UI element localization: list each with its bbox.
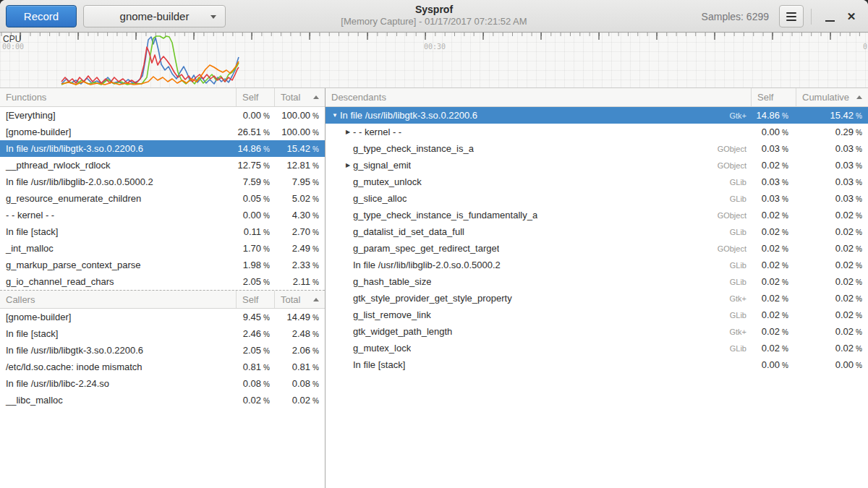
tree-row[interactable]: g_list_remove_linkGLib0.02%0.02% — [326, 307, 868, 323]
expander-open-icon[interactable]: ▼ — [330, 112, 340, 119]
percent-sign: % — [312, 364, 319, 372]
cell-self-percent: 0.02% — [751, 226, 796, 237]
percent-sign: % — [312, 212, 319, 220]
cell-self-percent: 0.02% — [751, 276, 796, 287]
cell-self-percent: 0.02% — [751, 260, 796, 270]
sysprof-window: Record gnome-builder Sysprof [Memory Cap… — [0, 0, 868, 488]
tree-row[interactable]: g_type_check_instance_is_fundamentally_a… — [326, 207, 868, 223]
time-label-start: 00:00 — [2, 43, 24, 51]
table-row[interactable]: - - kernel - -0.00%4.30% — [0, 207, 325, 223]
tree-row[interactable]: g_param_spec_get_redirect_targetGObject0… — [326, 240, 868, 257]
table-row[interactable]: In file [stack]0.11%2.70% — [0, 223, 325, 240]
percent-sign: % — [856, 129, 862, 137]
cell-self-percent: 12.75% — [236, 160, 274, 171]
table-row[interactable]: [gnome-builder]26.51%100.00% — [0, 124, 325, 140]
cell-self-percent: 1.98% — [236, 260, 274, 270]
percent-sign: % — [263, 195, 270, 203]
close-button[interactable]: ✕ — [841, 6, 862, 27]
cpu-series-red — [61, 47, 239, 83]
self-column-header[interactable]: Self — [236, 291, 274, 308]
tree-row[interactable]: g_datalist_id_set_data_fullGLib0.02%0.02… — [326, 223, 868, 240]
expander-closed-icon[interactable]: ▶ — [343, 162, 353, 168]
tree-row[interactable]: gtk_widget_path_lengthGtk+0.02%0.02% — [326, 323, 868, 340]
cell-self-percent: 2.05% — [236, 276, 274, 287]
cell-function-name: In file [stack] — [353, 359, 405, 370]
minimize-button[interactable] — [819, 6, 841, 27]
cell-function-name: g_type_check_instance_is_fundamentally_a — [353, 210, 537, 221]
cell-total-percent: 12.81% — [274, 160, 325, 171]
expander-closed-icon[interactable]: ▶ — [343, 129, 353, 135]
percent-sign: % — [782, 162, 788, 170]
percent-sign: % — [263, 278, 270, 286]
self-column-header[interactable]: Self — [751, 88, 796, 106]
self-column-header[interactable]: Self — [236, 88, 274, 106]
tree-row[interactable]: ▼In file /usr/lib/libgtk-3.so.0.2200.6Gt… — [326, 107, 868, 124]
percent-sign: % — [263, 380, 270, 388]
cell-function-name: - - kernel - - — [353, 127, 401, 137]
table-row[interactable]: In file /usr/lib/libglib-2.0.so.0.5000.2… — [0, 174, 325, 190]
cell-function-name: g_type_check_instance_is_a — [353, 143, 474, 154]
cell-total-percent: 0.81% — [274, 361, 325, 372]
percent-sign: % — [263, 228, 270, 236]
hamburger-menu-button[interactable] — [779, 5, 804, 27]
cell-self-percent: 0.02% — [236, 395, 274, 406]
tree-row[interactable]: g_mutex_lockGLib0.02%0.02% — [326, 340, 868, 356]
process-selector-dropdown[interactable]: gnome-builder — [83, 5, 226, 27]
cell-function-name: __libc_malloc — [0, 395, 236, 406]
cpu-graph[interactable]: CPU 00:00 00:30 01:00 — [0, 33, 868, 88]
cell-function-name: gtk_style_provider_get_style_property — [353, 293, 512, 304]
cumulative-column-header[interactable]: Cumulative — [796, 88, 868, 106]
cell-function-name: gtk_widget_path_length — [353, 326, 452, 337]
percent-sign: % — [263, 212, 270, 220]
tree-row[interactable]: g_slice_allocGLib0.03%0.03% — [326, 190, 868, 207]
percent-sign: % — [782, 295, 788, 303]
tree-row[interactable]: ▶g_signal_emitGObject0.02%0.03% — [326, 157, 868, 174]
tree-row[interactable]: ▶- - kernel - -0.00%0.29% — [326, 124, 868, 140]
table-row[interactable]: _int_malloc1.70%2.49% — [0, 240, 325, 257]
percent-sign: % — [312, 347, 319, 355]
table-row[interactable]: __pthread_rwlock_rdlock12.75%12.81% — [0, 157, 325, 174]
cell-total-percent: 100.00% — [274, 127, 325, 137]
functions-column-header[interactable]: Functions — [0, 88, 236, 106]
percent-sign: % — [312, 380, 319, 388]
cell-function-name: - - kernel - - — [0, 210, 236, 221]
close-icon: ✕ — [847, 11, 856, 22]
tree-row[interactable]: g_mutex_unlockGLib0.03%0.03% — [326, 174, 868, 190]
total-column-header[interactable]: Total — [274, 88, 325, 106]
percent-sign: % — [263, 179, 270, 187]
table-row[interactable]: In file /usr/lib/libgtk-3.so.0.2200.62.0… — [0, 342, 325, 359]
percent-sign: % — [263, 397, 270, 405]
table-row[interactable]: [Everything]0.00%100.00% — [0, 107, 325, 124]
table-row[interactable]: g_markup_parse_context_parse1.98%2.33% — [0, 257, 325, 273]
library-tag: GLib — [730, 261, 746, 270]
cell-self-percent: 9.45% — [236, 312, 274, 322]
percent-sign: % — [263, 162, 270, 170]
cell-cumulative-percent: 15.42% — [796, 110, 868, 121]
percent-sign: % — [263, 364, 270, 372]
table-row[interactable]: g_io_channel_read_chars2.05%2.11% — [0, 273, 325, 290]
record-button[interactable]: Record — [6, 5, 77, 27]
tree-row[interactable]: gtk_style_provider_get_style_propertyGtk… — [326, 290, 868, 307]
cell-self-percent: 0.08% — [236, 378, 274, 389]
tree-row[interactable]: g_hash_table_sizeGLib0.02%0.02% — [326, 273, 868, 290]
table-row[interactable]: In file /usr/lib/libc-2.24.so0.08%0.08% — [0, 375, 325, 392]
cell-cumulative-percent: 0.29% — [796, 127, 868, 137]
tree-row[interactable]: g_type_check_instance_is_aGObject0.03%0.… — [326, 140, 868, 157]
table-row[interactable]: g_resource_enumerate_children0.05%5.02% — [0, 190, 325, 207]
table-row[interactable]: __libc_malloc0.02%0.02% — [0, 392, 325, 408]
table-row[interactable]: In file [stack]2.46%2.48% — [0, 325, 325, 342]
tree-row[interactable]: In file /usr/lib/libglib-2.0.so.0.5000.2… — [326, 257, 868, 273]
percent-sign: % — [782, 262, 788, 270]
cell-total-percent: 2.33% — [274, 260, 325, 270]
descendants-column-header[interactable]: Descendants — [326, 88, 751, 106]
total-column-header[interactable]: Total — [274, 291, 325, 308]
table-row[interactable]: [gnome-builder]9.45%14.49% — [0, 309, 325, 325]
tree-row[interactable]: In file [stack]0.00%0.00% — [326, 356, 868, 373]
table-row[interactable]: In file /usr/lib/libgtk-3.so.0.2200.614.… — [0, 140, 325, 157]
table-row[interactable]: /etc/ld.so.cache: inode mismatch0.81%0.8… — [0, 359, 325, 375]
percent-sign: % — [312, 278, 319, 286]
cell-function-name: In file /usr/lib/libc-2.24.so — [0, 378, 236, 389]
percent-sign: % — [782, 129, 788, 137]
time-label-mid: 00:30 — [424, 43, 446, 51]
callers-column-header[interactable]: Callers — [0, 291, 236, 308]
